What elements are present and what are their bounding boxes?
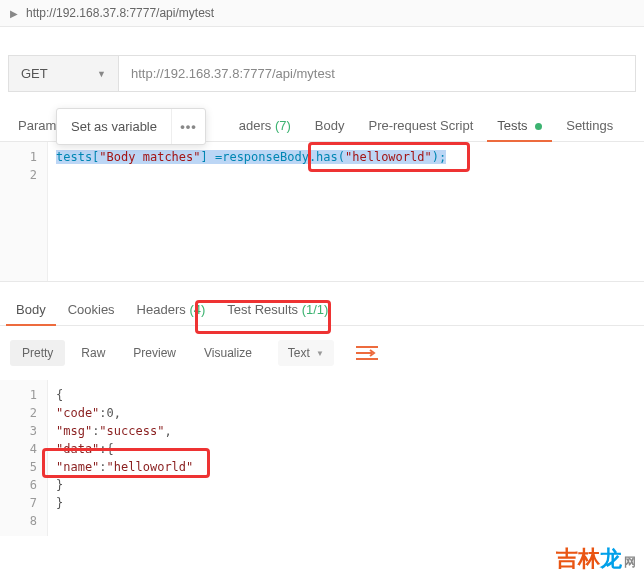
http-method-value: GET bbox=[21, 66, 48, 81]
chevron-down-icon: ▼ bbox=[97, 69, 106, 79]
resp-tab-headers[interactable]: Headers (4) bbox=[127, 294, 216, 325]
resp-tab-cookies[interactable]: Cookies bbox=[58, 294, 125, 325]
json-code: { "code":0, "msg":"success", "data":{ "n… bbox=[48, 380, 644, 536]
request-row: GET ▼ http://192.168.37.8:7777/api/mytes… bbox=[8, 55, 636, 92]
wrap-lines-icon[interactable] bbox=[356, 345, 378, 361]
more-actions-button[interactable]: ••• bbox=[171, 109, 205, 144]
json-gutter: 12345678 bbox=[0, 380, 48, 536]
tests-script-editor[interactable]: 1 2 tests["Body matches"] =responseBody.… bbox=[0, 142, 644, 282]
expand-icon: ▶ bbox=[10, 8, 18, 19]
response-body-toolbar: Pretty Raw Preview Visualize Text ▼ bbox=[0, 326, 644, 380]
request-url-input[interactable]: http://192.168.37.8:7777/api/mytest bbox=[118, 55, 636, 92]
preview-button[interactable]: Preview bbox=[121, 340, 188, 366]
resp-tab-test-results[interactable]: Test Results (1/1) bbox=[217, 294, 338, 325]
tab-body[interactable]: Body bbox=[305, 110, 355, 141]
request-url-value: http://192.168.37.8:7777/api/mytest bbox=[131, 66, 335, 81]
tab-tests[interactable]: Tests bbox=[487, 110, 552, 141]
response-body-viewer[interactable]: 12345678 { "code":0, "msg":"success", "d… bbox=[0, 380, 644, 536]
collapsed-url-bar[interactable]: ▶ http://192.168.37.8:7777/api/mytest bbox=[0, 0, 644, 27]
resp-tab-body[interactable]: Body bbox=[6, 294, 56, 325]
chevron-down-icon: ▼ bbox=[316, 349, 324, 358]
watermark: 吉林 龙 网 bbox=[556, 544, 636, 574]
response-tabs: Body Cookies Headers (4) Test Results (1… bbox=[0, 282, 644, 326]
pretty-button[interactable]: Pretty bbox=[10, 340, 65, 366]
collapsed-url-text: http://192.168.37.8:7777/api/mytest bbox=[26, 6, 214, 20]
body-type-select[interactable]: Text ▼ bbox=[278, 340, 334, 366]
raw-button[interactable]: Raw bbox=[69, 340, 117, 366]
tab-settings[interactable]: Settings bbox=[556, 110, 623, 141]
script-gutter: 1 2 bbox=[0, 142, 48, 281]
context-popover: Set as variable ••• bbox=[56, 108, 206, 145]
http-method-select[interactable]: GET ▼ bbox=[8, 55, 118, 92]
tab-pre-request[interactable]: Pre-request Script bbox=[358, 110, 483, 141]
script-code[interactable]: tests["Body matches"] =responseBody.has(… bbox=[48, 142, 644, 281]
tab-headers-partial[interactable]: aders (7) bbox=[229, 110, 301, 141]
visualize-button[interactable]: Visualize bbox=[192, 340, 264, 366]
tests-active-dot-icon bbox=[535, 123, 542, 130]
set-as-variable-button[interactable]: Set as variable bbox=[57, 109, 171, 144]
